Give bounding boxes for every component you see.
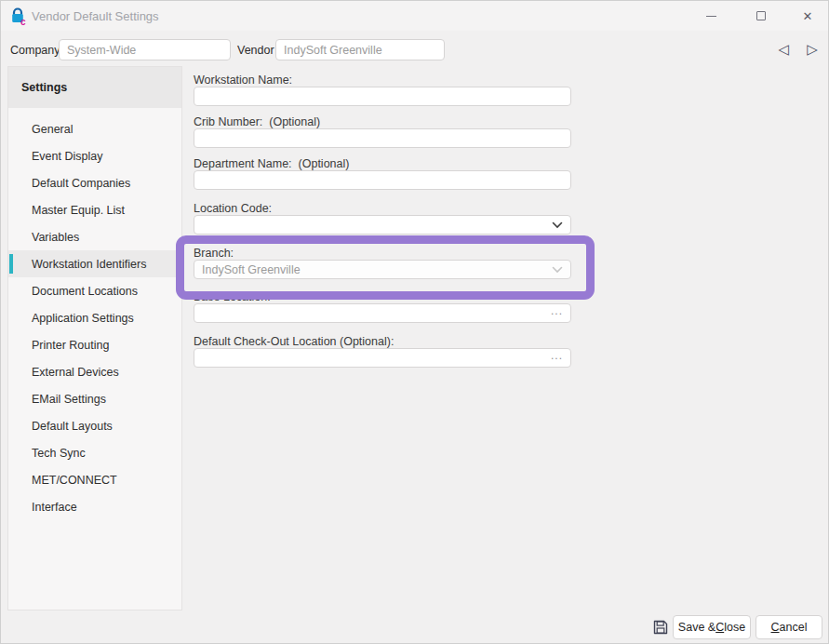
- sidebar-item-met-connect[interactable]: MET/CONNECT: [8, 466, 181, 493]
- default-checkout-location-input[interactable]: ...: [194, 348, 571, 368]
- maximize-icon: [756, 11, 766, 20]
- browse-ellipsis-icon[interactable]: ...: [551, 349, 563, 362]
- previous-record-button[interactable]: ◁: [773, 39, 794, 60]
- window-title: Vendor Default Settings: [32, 9, 159, 23]
- base-location-input[interactable]: ...: [194, 303, 571, 323]
- sidebar-item-default-companies[interactable]: Default Companies: [8, 169, 181, 196]
- sidebar-item-variables[interactable]: Variables: [8, 223, 181, 250]
- crib-number-input[interactable]: [194, 128, 571, 148]
- next-record-button[interactable]: ▷: [802, 39, 822, 60]
- save-and-close-button[interactable]: Save & Close: [673, 615, 751, 639]
- sidebar-item-tech-sync[interactable]: Tech Sync: [8, 439, 181, 466]
- workstation-name-input[interactable]: [194, 87, 571, 106]
- floppy-disk-icon: [652, 619, 669, 636]
- sidebar-item-general[interactable]: General: [8, 115, 181, 142]
- app-lock-icon: c: [9, 7, 28, 25]
- sidebar-item-event-display[interactable]: Event Display: [8, 142, 181, 169]
- sidebar-items: General Event Display Default Companies …: [8, 115, 181, 520]
- sidebar-item-application-settings[interactable]: Application Settings: [8, 304, 181, 331]
- department-name-label: Department Name: (Optional): [194, 157, 349, 170]
- vendor-default-settings-window: c Vendor Default Settings ✕ Company: Ven…: [0, 0, 829, 644]
- minimize-button[interactable]: [695, 5, 727, 27]
- sidebar-item-workstation-identifiers[interactable]: Workstation Identifiers: [8, 250, 181, 277]
- sidebar-header: Settings: [8, 67, 181, 108]
- svg-text:c: c: [20, 17, 26, 26]
- minimize-icon: [706, 16, 716, 17]
- sidebar-item-default-layouts[interactable]: Default Layouts: [8, 412, 181, 439]
- vendor-label: Vendor: [237, 44, 274, 57]
- chevron-down-icon: [552, 266, 563, 274]
- location-code-label: Location Code:: [194, 202, 272, 215]
- branch-label: Branch:: [194, 247, 234, 260]
- department-name-input[interactable]: [194, 170, 571, 190]
- default-checkout-location-label: Default Check-Out Location (Optional):: [194, 335, 394, 348]
- sidebar-item-external-devices[interactable]: External Devices: [8, 358, 181, 385]
- cancel-button[interactable]: Cancel: [755, 615, 822, 639]
- save-button[interactable]: [649, 616, 672, 638]
- branch-select[interactable]: IndySoft Greenville: [194, 260, 571, 279]
- selected-accent-bar: [9, 254, 13, 274]
- sidebar-item-interface[interactable]: Interface: [8, 493, 181, 520]
- maximize-button[interactable]: [745, 5, 777, 27]
- company-label: Company:: [10, 44, 63, 57]
- close-button[interactable]: ✕: [792, 5, 823, 27]
- sidebar-item-printer-routing[interactable]: Printer Routing: [8, 331, 181, 358]
- location-code-select[interactable]: [194, 215, 571, 235]
- crib-number-label: Crib Number: (Optional): [194, 115, 320, 128]
- base-location-label: Base Location:: [194, 290, 271, 303]
- settings-sidebar: Settings General Event Display Default C…: [7, 66, 182, 610]
- browse-ellipsis-icon[interactable]: ...: [551, 304, 563, 317]
- sidebar-item-email-settings[interactable]: EMail Settings: [8, 385, 181, 412]
- sidebar-item-master-equip-list[interactable]: Master Equip. List: [8, 196, 181, 223]
- company-input[interactable]: [59, 39, 231, 60]
- chevron-down-icon: [552, 221, 563, 229]
- workstation-name-label: Workstation Name:: [194, 74, 292, 87]
- vendor-input[interactable]: [275, 39, 445, 60]
- title-bar: c Vendor Default Settings ✕: [1, 1, 828, 31]
- sidebar-item-document-locations[interactable]: Document Locations: [8, 277, 181, 304]
